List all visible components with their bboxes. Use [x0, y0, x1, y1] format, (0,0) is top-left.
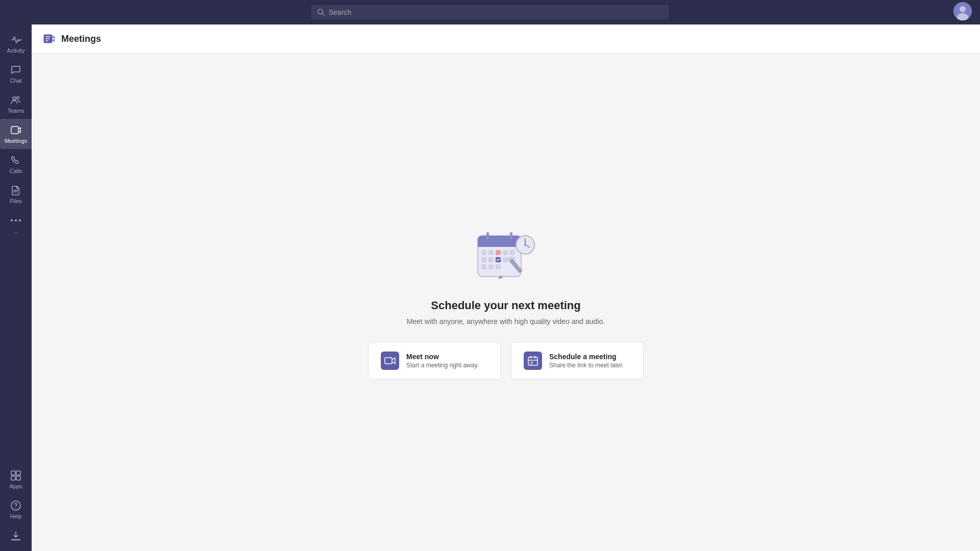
- svg-rect-15: [11, 476, 15, 480]
- sidebar-item-teams[interactable]: Teams: [0, 89, 32, 119]
- svg-rect-25: [486, 232, 489, 239]
- sidebar-item-download[interactable]: [0, 524, 32, 547]
- svg-rect-39: [496, 264, 501, 269]
- content-area: Meetings: [32, 24, 980, 551]
- meetings-header-icon: [42, 32, 56, 46]
- svg-rect-47: [385, 358, 392, 364]
- search-box[interactable]: [311, 5, 669, 19]
- sidebar-item-label: Teams: [8, 108, 24, 114]
- meet-now-subtitle: Start a meeting right away.: [406, 362, 479, 369]
- action-cards: Meet now Start a meeting right away.: [368, 342, 644, 380]
- apps-icon: [10, 469, 22, 482]
- activity-icon: [10, 34, 22, 46]
- schedule-illustration: [470, 226, 542, 287]
- svg-line-1: [322, 13, 324, 15]
- sidebar-item-label: Files: [10, 198, 21, 204]
- svg-rect-38: [488, 264, 494, 269]
- sidebar-item-label: Chat: [10, 78, 21, 84]
- svg-point-5: [13, 97, 16, 100]
- main-content: Schedule your next meeting Meet with any…: [32, 54, 980, 551]
- meet-now-text: Meet now Start a meeting right away.: [406, 353, 479, 369]
- meet-now-icon: [381, 352, 399, 370]
- sidebar-item-help[interactable]: Help: [0, 494, 32, 524]
- sidebar-item-activity[interactable]: Activity: [0, 29, 32, 59]
- sidebar-item-calls[interactable]: Calls: [0, 149, 32, 179]
- help-icon: [10, 499, 22, 512]
- main-heading: Schedule your next meeting: [431, 299, 580, 312]
- page-header: Meetings: [32, 24, 980, 54]
- svg-rect-33: [488, 257, 494, 262]
- svg-rect-37: [481, 264, 486, 269]
- avatar[interactable]: [953, 2, 972, 20]
- schedule-icon: [524, 352, 542, 370]
- sidebar-item-label: Meetings: [5, 138, 28, 144]
- svg-point-12: [19, 219, 21, 221]
- download-icon: [10, 530, 22, 542]
- teams-icon: [10, 94, 22, 106]
- sidebar-item-label: Apps: [9, 483, 22, 489]
- more-icon: [10, 214, 22, 227]
- sidebar-item-label: Help: [10, 513, 22, 519]
- files-icon: [10, 184, 22, 196]
- svg-rect-29: [496, 250, 501, 255]
- svg-rect-31: [510, 250, 515, 255]
- main-layout: Activity Chat Teams: [0, 24, 980, 551]
- svg-point-10: [11, 219, 13, 221]
- svg-rect-48: [528, 357, 537, 365]
- schedule-subtitle: Share the link to meet later.: [549, 362, 624, 369]
- top-bar: [0, 0, 980, 24]
- svg-rect-32: [481, 257, 486, 262]
- svg-rect-16: [16, 476, 20, 480]
- meetings-icon: [10, 124, 22, 136]
- calls-icon: [10, 154, 22, 166]
- sidebar: Activity Chat Teams: [0, 24, 32, 551]
- svg-point-6: [17, 97, 19, 99]
- search-input[interactable]: [329, 8, 663, 16]
- sidebar-item-more[interactable]: ...: [0, 209, 32, 239]
- sidebar-item-label: Activity: [7, 47, 25, 54]
- svg-rect-27: [481, 250, 486, 255]
- schedule-title: Schedule a meeting: [549, 353, 624, 361]
- svg-rect-7: [11, 127, 18, 134]
- meet-now-card[interactable]: Meet now Start a meeting right away.: [368, 342, 501, 380]
- main-subtext: Meet with anyone, anywhere with high qua…: [407, 317, 605, 325]
- svg-rect-19: [11, 539, 20, 540]
- sidebar-item-label: ...: [13, 228, 18, 234]
- sidebar-item-chat[interactable]: Chat: [0, 59, 32, 89]
- avatar-image: [953, 2, 972, 20]
- svg-rect-13: [11, 471, 15, 475]
- search-icon: [317, 9, 325, 16]
- sidebar-item-files[interactable]: Files: [0, 179, 32, 209]
- svg-rect-24: [478, 243, 521, 247]
- svg-rect-28: [488, 250, 494, 255]
- schedule-text: Schedule a meeting Share the link to mee…: [549, 353, 624, 369]
- meet-now-title: Meet now: [406, 353, 479, 361]
- svg-rect-14: [16, 471, 20, 475]
- sidebar-item-label: Calls: [10, 168, 22, 174]
- sidebar-item-apps[interactable]: Apps: [0, 464, 32, 494]
- svg-rect-30: [503, 250, 508, 255]
- schedule-meeting-card[interactable]: Schedule a meeting Share the link to mee…: [511, 342, 644, 380]
- svg-point-18: [15, 508, 16, 509]
- svg-rect-26: [510, 232, 512, 239]
- svg-point-3: [960, 6, 966, 12]
- sidebar-item-meetings[interactable]: Meetings: [0, 119, 32, 149]
- svg-rect-35: [503, 257, 508, 262]
- chat-icon: [10, 64, 22, 76]
- svg-point-11: [15, 219, 17, 221]
- page-title: Meetings: [61, 34, 101, 44]
